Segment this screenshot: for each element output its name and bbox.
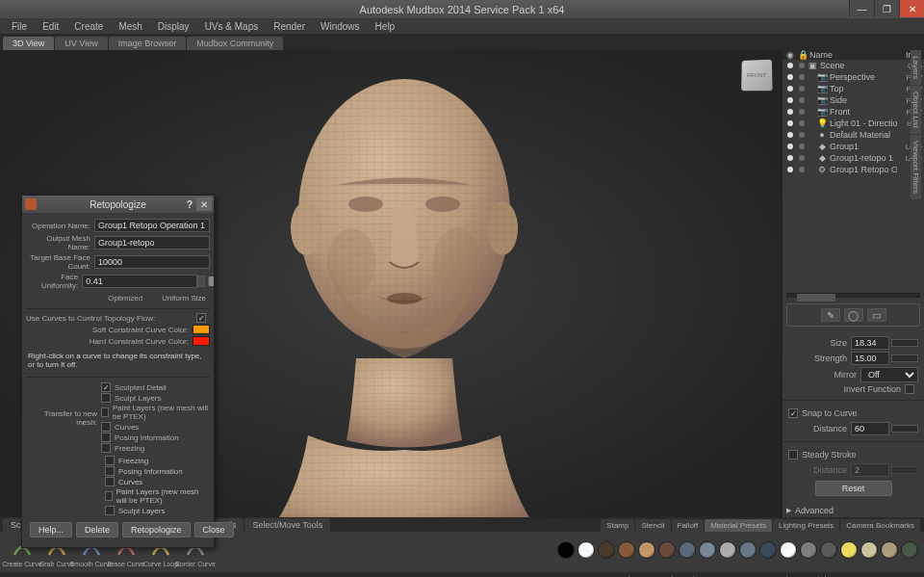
transfer-opt-checkbox[interactable] (105, 506, 115, 515)
material-swatch[interactable] (679, 541, 696, 559)
distance-input[interactable] (851, 422, 889, 435)
transfer-opt-5-checkbox[interactable] (101, 443, 111, 453)
visibility-dot[interactable] (787, 144, 793, 149)
vtab-layers[interactable]: Layers (911, 50, 921, 85)
lock-dot[interactable] (799, 109, 805, 115)
minimize-button[interactable]: — (849, 0, 874, 17)
dialog-close-icon[interactable]: ✕ (196, 197, 212, 211)
dialog-titlebar[interactable]: Retopologize ? ✕ (22, 196, 214, 213)
retopologize-button[interactable]: Retopologize (122, 522, 191, 538)
visibility-dot[interactable] (787, 155, 793, 161)
lock-dot[interactable] (799, 97, 805, 103)
lock-dot[interactable] (799, 167, 805, 172)
menu-mesh[interactable]: Mesh (111, 19, 149, 34)
scene-row[interactable]: 💡Light 01 - DirectionalInter (783, 118, 924, 129)
vtab-object-list[interactable]: Object List (911, 86, 921, 134)
visibility-dot[interactable] (787, 109, 793, 115)
material-swatch[interactable] (578, 541, 595, 559)
material-swatch[interactable] (860, 541, 878, 559)
presettab-lighting-presets[interactable]: Lighting Presets (773, 519, 839, 532)
lock-dot[interactable] (799, 132, 805, 138)
dialog-help-icon[interactable]: ? (187, 199, 192, 210)
scene-row[interactable]: 📷TopFOV (783, 83, 924, 94)
steady-checkbox[interactable] (788, 450, 798, 459)
menu-edit[interactable]: Edit (35, 19, 66, 34)
out-mesh-input[interactable] (94, 236, 210, 249)
visibility-dot[interactable] (787, 120, 793, 126)
material-swatch[interactable] (618, 541, 635, 559)
material-swatch[interactable] (658, 541, 676, 559)
transfer-opt-3-checkbox[interactable] (101, 422, 111, 432)
scene-row[interactable]: 📷SideFOV (783, 94, 924, 106)
visibility-dot[interactable] (787, 63, 793, 68)
viewcube[interactable]: FRONT (741, 60, 772, 91)
distance-slider[interactable] (891, 425, 918, 433)
material-swatch[interactable] (759, 541, 777, 559)
material-swatch[interactable] (820, 541, 837, 559)
scene-row[interactable]: 📷FrontFOV (783, 106, 924, 118)
transfer-opt-2-checkbox[interactable] (101, 407, 109, 417)
mode-btn-3[interactable]: ▭ (867, 308, 886, 322)
transfer-opt-checkbox[interactable] (105, 466, 115, 476)
strength-input[interactable] (851, 352, 889, 365)
viewtab--d-view[interactable]: 3D View (3, 37, 54, 50)
menu-render[interactable]: Render (266, 19, 313, 34)
material-swatch[interactable] (638, 541, 655, 559)
mode-btn-1[interactable]: ✎ (821, 308, 840, 322)
reset-button[interactable]: Reset (815, 481, 892, 496)
invert-checkbox[interactable] (905, 384, 914, 394)
uniformity-spinner[interactable] (197, 275, 205, 287)
scene-hscroll[interactable] (786, 293, 920, 298)
delete-button[interactable]: Delete (76, 522, 118, 538)
presettab-stamp[interactable]: Stamp (601, 519, 634, 532)
visibility-dot[interactable] (787, 167, 793, 172)
viewtab-mudbox-community[interactable]: Mudbox Community (187, 37, 283, 50)
transfer-opt-checkbox[interactable] (105, 456, 115, 465)
close-dialog-button[interactable]: Close (194, 522, 234, 538)
hard-color-swatch[interactable] (192, 336, 210, 346)
transfer-opt-0-checkbox[interactable] (101, 382, 111, 392)
material-swatch[interactable] (881, 541, 898, 559)
material-swatch[interactable] (901, 541, 918, 559)
op-name-input[interactable] (94, 219, 210, 232)
scene-list[interactable]: ▣SceneGeo📷PerspectiveFOV📷TopFOV📷SideFOV📷… (783, 60, 924, 291)
vtab-viewport-filters[interactable]: Viewport Filters (911, 135, 921, 199)
visibility-dot[interactable] (787, 97, 793, 103)
soft-color-swatch[interactable] (192, 325, 210, 334)
material-swatch[interactable] (719, 541, 736, 559)
lock-dot[interactable] (799, 144, 805, 149)
transfer-opt-checkbox[interactable] (105, 477, 115, 486)
bottomtab-select-move-tools[interactable]: Select/Move Tools (244, 518, 330, 532)
presettab-material-presets[interactable]: Material Presets (705, 519, 772, 532)
lock-dot[interactable] (799, 86, 805, 92)
scene-row[interactable]: ●Default Material (783, 129, 924, 141)
uniformity-slider[interactable] (208, 277, 210, 285)
material-swatch[interactable] (598, 541, 615, 559)
material-swatch[interactable] (699, 541, 716, 559)
visibility-dot[interactable] (787, 86, 793, 92)
menu-display[interactable]: Display (150, 19, 197, 34)
scene-row[interactable]: ◆Group1-retopo 1Leve (783, 152, 924, 164)
viewtab-image-browser[interactable]: Image Browser (109, 37, 187, 50)
presettab-falloff[interactable]: Falloff (672, 519, 705, 532)
maximize-button[interactable]: ❐ (874, 0, 899, 17)
help-button[interactable]: Help... (30, 522, 72, 538)
uniformity-input[interactable] (82, 275, 197, 288)
visibility-dot[interactable] (787, 132, 793, 138)
transfer-opt-4-checkbox[interactable] (101, 433, 111, 442)
visibility-dot[interactable] (787, 74, 793, 80)
material-swatch[interactable] (739, 541, 757, 559)
menu-uvs-maps[interactable]: UVs & Maps (197, 19, 267, 34)
lock-dot[interactable] (799, 74, 805, 80)
scene-row[interactable]: ◆Group1Leve (783, 141, 924, 152)
viewtab-uv-view[interactable]: UV View (55, 37, 107, 50)
lock-dot[interactable] (799, 63, 805, 68)
snap-checkbox[interactable] (788, 408, 798, 418)
presettab-stencil[interactable]: Stencil (635, 519, 670, 532)
scene-row[interactable]: 📷PerspectiveFOV (783, 71, 924, 83)
face-count-input[interactable] (94, 255, 210, 269)
size-slider[interactable] (891, 339, 918, 347)
scene-row[interactable]: ⚙Group1 Retopo Operation 1 (783, 164, 924, 175)
material-swatch[interactable] (800, 541, 817, 559)
transfer-opt-1-checkbox[interactable] (101, 393, 111, 403)
